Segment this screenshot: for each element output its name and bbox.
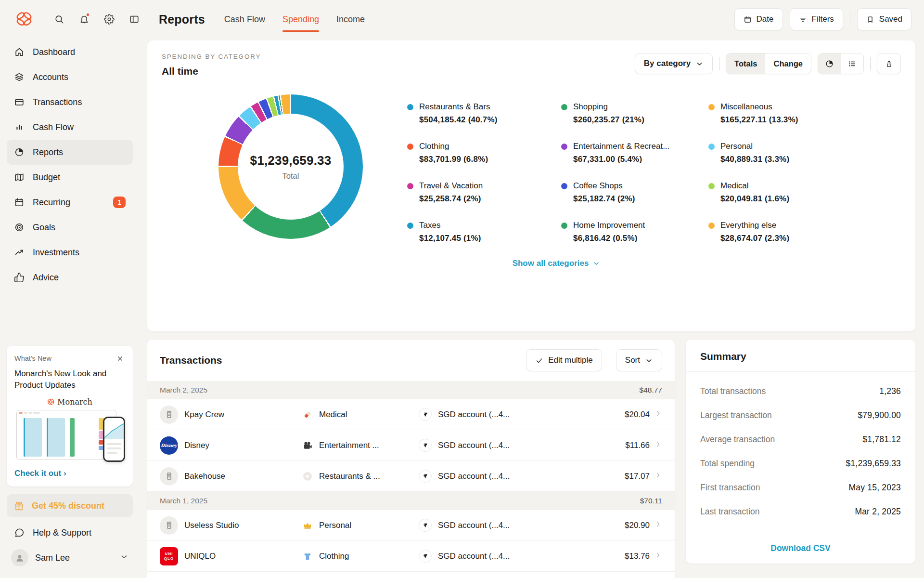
legend-item-everything-else[interactable]: Everything else$28,674.07 (2.3%) [708, 221, 901, 243]
mode-totals[interactable]: Totals [726, 53, 765, 74]
category-label[interactable]: Clothing [319, 552, 349, 561]
chart-type-toggle [818, 53, 864, 74]
settings-gear-icon[interactable] [99, 9, 119, 29]
sidebar-item-accounts[interactable]: Accounts [7, 65, 133, 90]
legend-category-value: $12,107.45 (1%) [419, 234, 481, 243]
legend-category-name: Personal [720, 142, 753, 151]
account-label[interactable]: SGD account (...4... [438, 552, 510, 561]
chevron-right-icon[interactable] [654, 551, 662, 561]
legend-item-personal[interactable]: Personal$40,889.31 (3.3%) [708, 142, 901, 164]
chevron-right-icon[interactable] [654, 409, 662, 420]
account-label[interactable]: SGD account (...4... [438, 441, 510, 450]
summary-label: Average transaction [700, 434, 775, 445]
sidebar-nav: DashboardAccountsTransactionsCash FlowRe… [7, 39, 133, 290]
transaction-row-uniqlo[interactable]: UNIQLOUNIQLOClothingSGD account (...4...… [147, 541, 675, 572]
sidebar-toggle-icon[interactable] [124, 9, 144, 29]
mode-change[interactable]: Change [765, 53, 811, 74]
legend-item-taxes[interactable]: Taxes$12,107.45 (1%) [407, 221, 552, 243]
tab-spending[interactable]: Spending [282, 0, 319, 39]
sidebar-item-investments[interactable]: Investments [7, 240, 133, 265]
transaction-amount: $11.66 [593, 441, 650, 450]
account-label[interactable]: SGD account (...4... [438, 472, 510, 481]
category-label[interactable]: Medical [319, 410, 347, 420]
sidebar-item-dashboard[interactable]: Dashboard [7, 39, 133, 65]
date-button[interactable]: Date [734, 8, 783, 30]
legend-dot [708, 144, 715, 150]
merchant-building-icon [160, 406, 178, 424]
show-all-categories-link[interactable]: Show all categories [407, 259, 706, 268]
download-csv-link[interactable]: Download CSV [686, 533, 915, 564]
chevron-right-icon[interactable] [654, 471, 662, 481]
legend-item-clothing[interactable]: Clothing$83,701.99 (6.8%) [407, 142, 552, 164]
account-label[interactable]: SGD account (...4... [438, 521, 510, 530]
close-icon[interactable] [115, 353, 125, 364]
category-label[interactable]: Personal [319, 521, 351, 530]
sidebar-item-transactions[interactable]: Transactions [7, 90, 133, 115]
crown-icon [302, 520, 313, 531]
search-icon[interactable] [49, 9, 69, 29]
chevron-right-icon[interactable] [654, 520, 662, 530]
legend-item-shopping[interactable]: Shopping$260,235.27 (21%) [561, 102, 700, 125]
legend-category-name: Shopping [573, 102, 608, 111]
legend-item-coffee-shops[interactable]: Coffee Shops$25,182.74 (2%) [561, 181, 700, 204]
sidebar-item-budget[interactable]: Budget [7, 165, 133, 190]
legend-item-home-improvement[interactable]: Home Improvement$6,816.42 (0.5%) [561, 221, 700, 243]
account-label[interactable]: SGD account (...4... [438, 410, 510, 420]
sidebar-item-label: Accounts [33, 72, 68, 82]
sidebar-item-reports[interactable]: Reports [7, 140, 133, 165]
group-by-label: By category [644, 59, 691, 68]
group-by-dropdown[interactable]: By category [635, 53, 713, 74]
transaction-row-kpay-crew[interactable]: Kpay CrewMedicalSGD account (...4...$20.… [147, 399, 675, 430]
monarch-logo[interactable] [15, 11, 33, 28]
tab-cash-flow[interactable]: Cash Flow [224, 0, 265, 39]
legend-category-value: $83,701.99 (6.8%) [419, 155, 488, 164]
saved-button[interactable]: Saved [857, 8, 911, 30]
edit-multiple-button[interactable]: Edit multiple [526, 349, 602, 371]
whats-new-image [15, 410, 124, 463]
sidebar-item-label: Goals [33, 223, 55, 233]
summary-value: 1,236 [879, 386, 901, 396]
sidebar-item-advice[interactable]: Advice [7, 265, 133, 290]
summary-value: $1,781.12 [862, 434, 901, 445]
share-export-icon[interactable] [877, 53, 901, 74]
discount-button[interactable]: Get 45% discount [7, 494, 133, 517]
category-label[interactable]: Restaurants & ... [319, 472, 380, 481]
tshirt-icon [302, 551, 313, 562]
legend-item-travel-vacation[interactable]: Travel & Vacation$25,258.74 (2%) [407, 181, 552, 204]
transactions-card: Transactions Edit multiple Sort [147, 340, 675, 578]
help-support-item[interactable]: Help & Support [7, 520, 133, 545]
notifications-bell-icon[interactable] [74, 9, 94, 29]
legend-item-miscellaneous[interactable]: Miscellaneous$165,227.11 (13.3%) [708, 102, 901, 125]
main-content: SPENDING BY CATEGORY All time By categor… [140, 39, 924, 578]
sidebar-item-cash-flow[interactable]: Cash Flow [7, 115, 133, 140]
chat-icon [14, 527, 25, 538]
check-icon [535, 356, 543, 365]
bars-view-icon[interactable] [841, 53, 863, 74]
filters-button-label: Filters [812, 14, 834, 24]
legend-item-medical[interactable]: Medical$20,049.81 (1.6%) [708, 181, 901, 204]
wise-account-icon [419, 439, 432, 452]
legend-item-entertainment-recreat[interactable]: Entertainment & Recreat...$67,331.00 (5.… [561, 142, 700, 164]
user-menu[interactable]: Sam Lee [7, 545, 133, 570]
filters-button[interactable]: Filters [790, 8, 843, 30]
transaction-row-disney[interactable]: DisneyDisneyEntertainment ...SGD account… [147, 430, 675, 461]
legend-category-name: Home Improvement [573, 221, 645, 230]
chevron-right-icon[interactable] [654, 440, 662, 450]
sort-button[interactable]: Sort [616, 349, 662, 371]
check-it-out-link[interactable]: Check it out › [14, 469, 125, 478]
pie-view-icon[interactable] [818, 53, 841, 74]
legend-item-restaurants-bars[interactable]: Restaurants & Bars$504,185.42 (40.7%) [407, 102, 552, 125]
sidebar-item-label: Investments [33, 248, 79, 258]
sidebar-item-recurring[interactable]: Recurring1 [7, 190, 133, 215]
transaction-row-bakehouse[interactable]: BakehouseRestaurants & ...SGD account (.… [147, 461, 675, 492]
edit-multiple-label: Edit multiple [548, 355, 593, 365]
legend-category-value: $504,185.42 (40.7%) [419, 115, 498, 125]
merchant-name: Bakehouse [184, 472, 225, 481]
sidebar-item-goals[interactable]: Goals [7, 215, 133, 240]
legend-category-value: $6,816.42 (0.5%) [573, 234, 638, 243]
donut-chart[interactable]: $1,239,659.33 Total [218, 94, 363, 239]
transaction-row-useless-studio[interactable]: Useless StudioPersonalSGD account (...4.… [147, 510, 675, 541]
tab-income[interactable]: Income [336, 0, 365, 39]
spending-by-category-card: SPENDING BY CATEGORY All time By categor… [147, 40, 915, 331]
category-label[interactable]: Entertainment ... [319, 441, 379, 450]
